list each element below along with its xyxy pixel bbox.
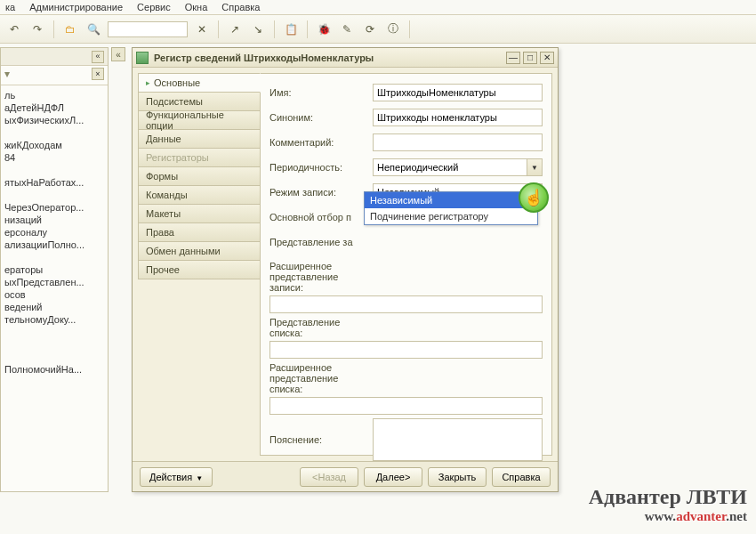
periodicity-combo[interactable] [373,158,527,176]
info-icon[interactable]: ⓘ [384,20,402,38]
label-synonym: Синоним: [269,112,373,123]
tab-subsystems[interactable]: Подсистемы [138,92,261,111]
tab-other[interactable]: Прочее [138,260,261,279]
back-button[interactable]: <Назад [300,467,358,487]
folder-icon[interactable]: 🗀 [61,20,79,38]
tab-commands[interactable]: Команды [138,185,261,205]
menu-item[interactable]: Администрирование [29,2,123,12]
listview-field[interactable] [269,341,543,359]
synonym-field[interactable] [373,109,543,126]
maximize-button[interactable]: □ [523,52,537,64]
tree-item[interactable] [3,351,106,363]
dialog-footer: Действия▼ <Назад Далее> Закрыть Справка [133,461,558,491]
syntax-icon[interactable]: ✎ [338,20,356,38]
tab-rights[interactable]: Права [138,222,261,242]
name-field[interactable] [373,84,543,101]
label-recviewext: Расширенное представление записи: [269,261,373,293]
tab-main[interactable]: Основные [138,73,261,93]
minimize-button[interactable]: — [506,52,520,64]
tree-item[interactable]: жиКДоходам [3,139,106,151]
close-button[interactable]: ✕ [540,52,554,64]
main-menu: ка Администрирование Сервис Окна Справка [0,0,756,15]
tab-funcopts[interactable]: Функциональные опции [138,110,261,130]
comment-field[interactable] [373,134,543,151]
label-listviewext: Расширенное представление списка: [269,362,373,394]
tree-item[interactable]: ятыхНаРаботах... [3,176,106,189]
tree-item[interactable]: ПолномочийНа... [3,363,106,376]
sort-desc-icon[interactable]: ↘ [249,20,267,38]
forward-icon[interactable]: ↷ [28,20,46,38]
panel-close-button[interactable]: × [92,68,104,80]
tree-item[interactable]: осов [3,288,106,301]
actions-button[interactable]: Действия▼ [140,467,213,487]
tree-item[interactable]: аДетейНДФЛ [3,101,106,114]
dropdown-option[interactable]: Подчинение регистратору [365,208,537,224]
watermark-line2: www.advanter.net [589,509,747,524]
object-tree[interactable]: ль аДетейНДФЛ ыхФизическихЛ... жиКДохода… [1,85,108,379]
dialog-nav: Основные Подсистемы Функциональные опции… [133,68,261,461]
label-comment: Комментарий: [269,137,373,148]
tree-item[interactable]: ЧерезОператор... [3,201,106,214]
tree-item[interactable]: ыхФизическихЛ... [3,114,106,126]
watermark-line1: Адвантер ЛВТИ [589,485,747,509]
separator [53,20,54,38]
label-writemode: Режим записи: [269,187,373,198]
tree-item[interactable]: ыхПредставлен... [3,276,106,288]
tree-item[interactable]: 84 [3,151,106,164]
clipboard-icon[interactable]: 📋 [282,20,300,38]
tooltip-field[interactable] [373,418,543,461]
tree-item[interactable]: низаций [3,214,106,226]
menu-item[interactable]: Справка [221,2,260,12]
close-dialog-button[interactable]: Закрыть [428,467,487,487]
tab-forms[interactable]: Формы [138,166,261,186]
dialog-title: Регистр сведений ШтрихкодыНоменклатуры [154,53,501,63]
separator [274,20,275,38]
tab-exchange[interactable]: Обмен данными [138,241,261,261]
tree-item[interactable]: ераторы [3,263,106,276]
tree-item[interactable]: тельномуДоку... [3,313,106,326]
separator [218,20,219,38]
tab-data[interactable]: Данные [138,129,261,149]
register-icon [136,52,149,64]
tab-registrars[interactable]: Регистраторы [138,148,261,167]
next-button[interactable]: Далее> [364,467,422,487]
help-button[interactable]: Справка [492,467,551,487]
tree-item[interactable] [3,164,106,176]
menu-item[interactable]: ка [5,2,15,12]
sort-asc-icon[interactable]: ↗ [226,20,244,38]
writemode-dropdown[interactable]: Независимый Подчинение регистратору [364,191,538,225]
tree-item[interactable] [3,326,106,338]
tree-panel: « ▾ × ль аДетейНДФЛ ыхФизическихЛ... жиК… [0,47,109,492]
label-name: Имя: [269,87,373,98]
tree-item[interactable]: ведений [3,301,106,313]
dialog-titlebar[interactable]: Регистр сведений ШтрихкодыНоменклатуры —… [133,48,558,68]
search-input[interactable] [108,21,188,37]
chevron-down-icon[interactable]: ▼ [527,158,543,176]
filter-icon[interactable]: ▾ [4,68,10,80]
form-area: Имя: Синоним: Комментарий: Периодичность… [260,73,552,456]
menu-item[interactable]: Сервис [137,2,171,12]
dropdown-option[interactable]: Независимый [365,192,537,208]
recviewext-field[interactable] [269,295,543,313]
tree-item[interactable] [3,189,106,201]
tree-item[interactable] [3,126,106,139]
menu-item[interactable]: Окна [185,2,208,12]
tree-item[interactable]: ерсоналу [3,226,106,239]
search-icon[interactable]: 🔍 [84,20,102,38]
listviewext-field[interactable] [269,397,543,415]
tree-item[interactable] [3,338,106,351]
label-tooltip: Пояснение: [269,434,373,445]
tree-item[interactable]: ль [3,89,106,101]
tree-item[interactable] [3,251,106,263]
back-icon[interactable]: ↶ [5,20,23,38]
clear-icon[interactable]: ✕ [193,20,211,38]
panel-hide-button[interactable]: « [92,51,104,63]
tab-templates[interactable]: Макеты [138,204,261,223]
register-dialog: Регистр сведений ШтрихкодыНоменклатуры —… [132,47,559,492]
debug-icon[interactable]: 🐞 [315,20,333,38]
refresh-icon[interactable]: ⟳ [361,20,379,38]
tree-item[interactable]: ализацииПолно... [3,239,106,251]
watermark: Адвантер ЛВТИ www.advanter.net [589,485,747,524]
cursor-hand-icon: ☝ [519,182,549,213]
panel-collapse-button[interactable]: « [111,47,125,61]
